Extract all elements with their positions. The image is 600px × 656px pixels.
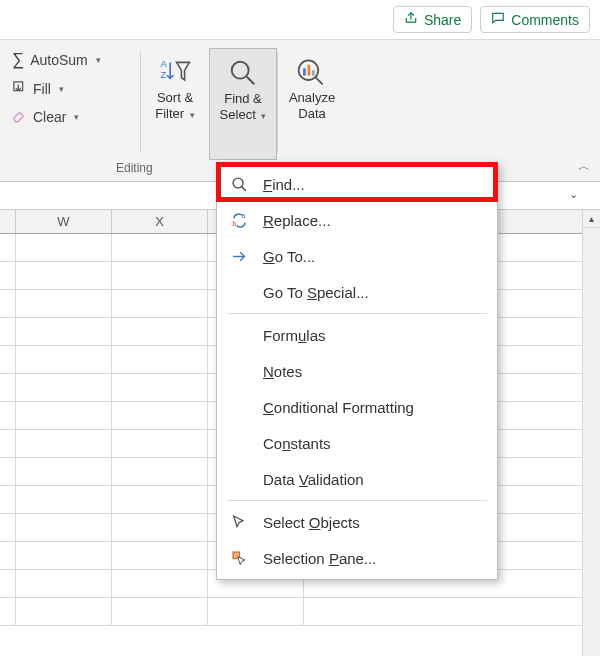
- find-select-icon: [228, 55, 258, 91]
- comments-button[interactable]: Comments: [480, 6, 590, 33]
- title-bar: Share Comments: [0, 0, 600, 40]
- autosum-label: AutoSum: [30, 52, 88, 68]
- menu-find[interactable]: Find...: [217, 166, 497, 202]
- menu-notes[interactable]: Notes: [217, 353, 497, 389]
- menu-select-objects-label: Select Objects: [263, 514, 360, 531]
- comment-icon: [491, 11, 505, 28]
- group-label-editing: Editing: [116, 161, 153, 175]
- analyze-label2: Data: [298, 106, 325, 121]
- find-select-label1: Find &: [224, 91, 262, 106]
- fill-button[interactable]: Fill ▾: [8, 78, 132, 100]
- replace-icon: ba: [229, 212, 249, 229]
- svg-text:b: b: [232, 220, 236, 227]
- clear-label: Clear: [33, 109, 66, 125]
- sort-filter-label2: Filter: [155, 106, 184, 121]
- menu-replace[interactable]: ba Replace...: [217, 202, 497, 238]
- clear-button[interactable]: Clear ▾: [8, 106, 132, 128]
- find-select-label2: Select: [220, 107, 256, 122]
- menu-conditional-formatting[interactable]: Conditional Formatting: [217, 389, 497, 425]
- menu-formulas-label: Formulas: [263, 327, 326, 344]
- menu-constants[interactable]: Constants: [217, 425, 497, 461]
- menu-replace-label: Replace...: [263, 212, 331, 229]
- chevron-down-icon: ▾: [190, 110, 195, 120]
- menu-goto-special[interactable]: Go To Special...: [217, 274, 497, 310]
- menu-select-objects[interactable]: Select Objects: [217, 504, 497, 540]
- svg-text:A: A: [161, 58, 168, 69]
- menu-selection-pane-label: Selection Pane...: [263, 550, 376, 567]
- sigma-icon: ∑: [12, 50, 24, 70]
- ribbon: ∑ AutoSum ▾ Fill ▾ Clear ▾ A Z: [0, 40, 600, 182]
- autosum-group: ∑ AutoSum ▾ Fill ▾ Clear ▾: [0, 48, 140, 128]
- analyze-label1: Analyze: [289, 90, 335, 105]
- column-header[interactable]: X: [112, 210, 208, 233]
- find-select-menu: Find... ba Replace... Go To... Go To Spe…: [216, 162, 498, 580]
- menu-selection-pane[interactable]: Selection Pane...: [217, 540, 497, 576]
- scroll-up-icon[interactable]: ▴: [583, 210, 600, 228]
- menu-notes-label: Notes: [263, 363, 302, 380]
- collapse-ribbon-icon[interactable]: ︿: [578, 158, 590, 175]
- svg-rect-5: [303, 68, 306, 75]
- chevron-down-icon: ▾: [96, 55, 101, 65]
- svg-rect-6: [308, 65, 311, 76]
- menu-find-label: Find...: [263, 176, 305, 193]
- column-header[interactable]: W: [16, 210, 112, 233]
- sort-filter-icon: A Z: [159, 54, 191, 90]
- goto-icon: [229, 248, 249, 265]
- chevron-down-icon: ▾: [261, 111, 266, 121]
- menu-formulas[interactable]: Formulas: [217, 317, 497, 353]
- menu-datavalidation-label: Data Validation: [263, 471, 364, 488]
- svg-point-8: [233, 178, 243, 188]
- chevron-down-icon: ▾: [59, 84, 64, 94]
- menu-separator: [227, 500, 487, 501]
- chevron-down-icon: ▾: [74, 112, 79, 122]
- eraser-icon: [12, 108, 27, 126]
- sort-filter-label1: Sort &: [157, 90, 193, 105]
- menu-data-validation[interactable]: Data Validation: [217, 461, 497, 497]
- menu-goto[interactable]: Go To...: [217, 238, 497, 274]
- svg-text:Z: Z: [161, 69, 167, 80]
- colhead-edge: [0, 210, 16, 233]
- fill-icon: [12, 80, 27, 98]
- find-select-button[interactable]: Find & Select ▾: [209, 48, 277, 160]
- menu-conditional-label: Conditional Formatting: [263, 399, 414, 416]
- search-icon: [229, 176, 249, 193]
- autosum-button[interactable]: ∑ AutoSum ▾: [8, 48, 132, 72]
- comments-label: Comments: [511, 12, 579, 28]
- vertical-scrollbar[interactable]: ▴: [582, 210, 600, 656]
- share-label: Share: [424, 12, 461, 28]
- svg-rect-7: [312, 70, 315, 75]
- selection-pane-icon: [229, 550, 249, 566]
- sort-filter-button[interactable]: A Z Sort & Filter ▾: [141, 48, 209, 160]
- menu-separator: [227, 313, 487, 314]
- analyze-data-icon: [296, 54, 328, 90]
- analyze-data-button[interactable]: Analyze Data: [278, 48, 346, 160]
- svg-point-3: [232, 62, 249, 79]
- namebox-dropdown-icon[interactable]: ⌄: [569, 188, 578, 201]
- share-icon: [404, 11, 418, 28]
- share-button[interactable]: Share: [393, 6, 472, 33]
- svg-text:a: a: [241, 212, 245, 219]
- menu-constants-label: Constants: [263, 435, 331, 452]
- cursor-icon: [229, 514, 249, 530]
- fill-label: Fill: [33, 81, 51, 97]
- menu-goto-label: Go To...: [263, 248, 315, 265]
- menu-goto-special-label: Go To Special...: [263, 284, 369, 301]
